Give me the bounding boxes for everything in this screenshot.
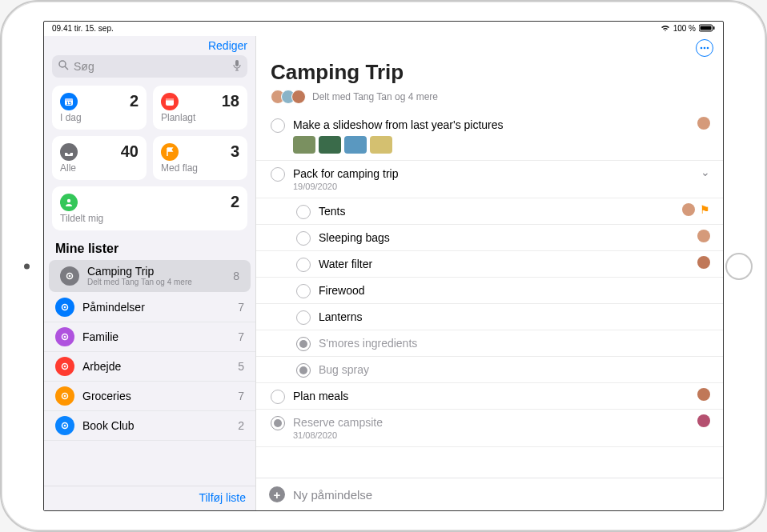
completion-toggle[interactable]	[296, 310, 311, 325]
shared-info[interactable]: Delt med Tang Tan og 4 mere	[271, 90, 709, 104]
reminder-row[interactable]: Make a slideshow from last year's pictur…	[256, 112, 723, 161]
completion-toggle[interactable]	[296, 284, 311, 298]
page-title: Camping Trip	[271, 60, 709, 85]
completion-toggle[interactable]	[296, 205, 311, 219]
completion-toggle[interactable]	[296, 337, 311, 351]
list-name: Camping Trip	[87, 265, 225, 278]
assignee-avatar	[697, 414, 710, 427]
list-color-icon	[55, 416, 74, 435]
new-reminder-label: Ny påmindelse	[293, 488, 372, 502]
smart-flagged-label: Med flag	[161, 162, 239, 174]
reminder-row[interactable]: S'mores ingredients	[256, 330, 723, 357]
smart-flagged[interactable]: 3 Med flag	[153, 136, 247, 180]
thumbnail[interactable]	[344, 136, 367, 154]
smart-scheduled-label: Planlagt	[161, 112, 239, 123]
list-item[interactable]: Familie 7	[44, 322, 255, 352]
list-item[interactable]: Camping Trip Delt med Tang Tan og 4 mere…	[49, 260, 251, 292]
completion-toggle[interactable]	[296, 258, 311, 272]
svg-point-19	[64, 366, 66, 368]
list-color-icon	[55, 357, 74, 376]
search-icon	[58, 60, 69, 73]
reminders-list: Make a slideshow from last year's pictur…	[256, 110, 723, 478]
smart-assigned[interactable]: 2 Tildelt mig	[52, 186, 247, 230]
new-reminder-button[interactable]: + Ny påmindelse	[256, 478, 723, 510]
reminder-title: Water filter	[319, 258, 689, 270]
mic-icon[interactable]	[233, 60, 241, 74]
reminder-meta: ⚑	[682, 203, 710, 216]
completion-toggle[interactable]	[271, 416, 285, 430]
svg-rect-2	[713, 26, 715, 30]
smart-all-count: 40	[121, 142, 139, 161]
reminder-title: Plan meals	[293, 390, 689, 402]
more-button[interactable]	[696, 39, 713, 57]
battery-icon	[699, 24, 715, 34]
completion-toggle[interactable]	[296, 231, 311, 246]
shared-text: Delt med Tang Tan og 4 mere	[312, 91, 438, 102]
tray-icon	[60, 143, 78, 161]
edit-button[interactable]: Rediger	[208, 39, 247, 52]
svg-point-13	[69, 274, 71, 277]
completion-toggle[interactable]	[271, 167, 285, 182]
svg-point-15	[64, 306, 66, 309]
reminder-title: Pack for camping trip	[293, 167, 693, 180]
reminder-meta: ⌄	[701, 166, 710, 178]
smart-scheduled[interactable]: 18 Planlagt	[153, 86, 247, 130]
list-count: 2	[238, 419, 244, 432]
list-item[interactable]: Book Club 2	[44, 411, 255, 441]
reminder-date: 31/08/2020	[293, 430, 689, 440]
ipad-frame: 09.41 tir. 15. sep. 100 % Rediger	[0, 0, 767, 532]
svg-point-21	[64, 395, 66, 398]
thumbnail[interactable]	[370, 136, 392, 154]
assignee-avatar	[682, 203, 695, 216]
reminder-row[interactable]: Pack for camping trip 19/09/2020 ⌄	[256, 161, 723, 198]
list-count: 5	[238, 360, 244, 373]
reminder-row[interactable]: Sleeping bags	[256, 225, 723, 251]
reminder-row[interactable]: Plan meals	[256, 383, 723, 410]
shared-avatars	[271, 90, 306, 104]
reminder-title: Firewood	[319, 284, 702, 297]
completion-toggle[interactable]	[296, 363, 311, 378]
statusbar-right: 100 %	[661, 24, 715, 34]
reminder-title: Make a slideshow from last year's pictur…	[293, 118, 689, 131]
thumbnail[interactable]	[293, 136, 315, 154]
reminder-row[interactable]: Water filter	[256, 251, 723, 278]
reminder-meta	[697, 414, 710, 427]
list-item[interactable]: Arbejde 5	[44, 352, 255, 382]
chevron-down-icon[interactable]: ⌄	[701, 166, 710, 178]
smart-all[interactable]: 40 Alle	[52, 136, 147, 180]
smart-scheduled-count: 18	[222, 92, 239, 110]
reminder-title: Bug spray	[319, 363, 702, 376]
svg-point-23	[64, 425, 66, 427]
list-item[interactable]: Påmindelser 7	[44, 293, 255, 322]
list-name: Arbejde	[82, 360, 230, 373]
list-count: 8	[233, 270, 239, 282]
main-panel: Camping Trip Delt med Tang Tan og 4 mere…	[256, 36, 723, 510]
reminder-row[interactable]: Lanterns	[256, 304, 723, 330]
list-item[interactable]: Groceries 7	[44, 382, 255, 411]
app-content: Rediger Søg 15	[44, 36, 723, 510]
add-list-button[interactable]: Tilføj liste	[199, 491, 246, 504]
smart-today-label: I dag	[60, 112, 139, 123]
assignee-avatar	[697, 256, 710, 269]
reminder-row[interactable]: Reserve campsite 31/08/2020	[256, 410, 723, 447]
list-color-icon	[60, 266, 79, 286]
list-name: Påmindelser	[82, 301, 230, 314]
reminder-row[interactable]: Firewood	[256, 278, 723, 304]
list-subtitle: Delt med Tang Tan og 4 mere	[87, 278, 225, 286]
thumbnail[interactable]	[319, 136, 341, 154]
calendar-today-icon: 15	[60, 93, 78, 110]
svg-rect-10	[166, 98, 174, 101]
search-input[interactable]: Søg	[52, 55, 247, 78]
smart-today[interactable]: 15 2 I dag	[52, 86, 147, 130]
reminder-row[interactable]: Bug spray	[256, 357, 723, 383]
completion-toggle[interactable]	[271, 390, 285, 404]
flag-icon: ⚑	[700, 203, 710, 216]
lists-container: Camping Trip Delt med Tang Tan og 4 mere…	[44, 259, 255, 486]
list-color-icon	[55, 386, 74, 406]
completion-toggle[interactable]	[271, 118, 285, 133]
reminder-row[interactable]: Tents ⚑	[256, 198, 723, 225]
list-count: 7	[238, 390, 244, 402]
svg-point-26	[707, 47, 709, 50]
home-button[interactable]	[725, 253, 753, 280]
attachment-thumbs[interactable]	[293, 136, 689, 154]
